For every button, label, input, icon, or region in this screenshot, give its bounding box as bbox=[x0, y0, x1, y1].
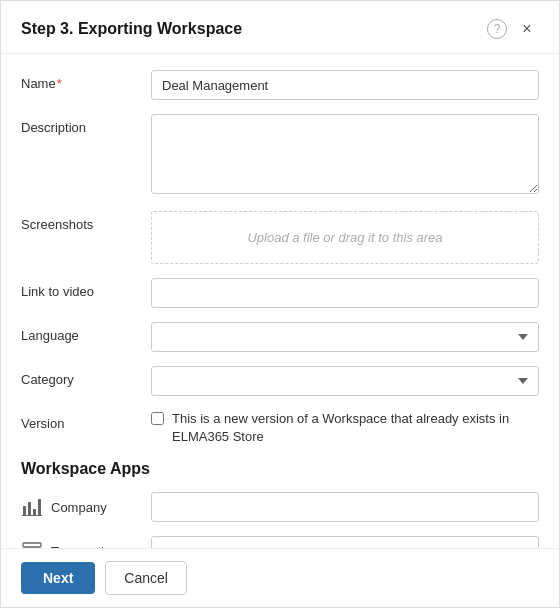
next-button[interactable]: Next bbox=[21, 562, 95, 594]
version-checkbox-area: This is a new version of a Workspace tha… bbox=[151, 410, 539, 446]
app-transactions-input[interactable] bbox=[151, 536, 539, 548]
language-control bbox=[151, 322, 539, 352]
app-label-transactions: Transactions bbox=[21, 540, 151, 548]
svg-rect-0 bbox=[23, 506, 26, 515]
description-input[interactable] bbox=[151, 114, 539, 194]
category-row: Category bbox=[21, 366, 539, 396]
app-label-company: Company bbox=[21, 496, 151, 518]
chart-icon bbox=[21, 496, 43, 518]
link-to-video-control bbox=[151, 278, 539, 308]
description-label: Description bbox=[21, 114, 151, 135]
description-control bbox=[151, 114, 539, 197]
app-row-transactions: Transactions bbox=[21, 536, 539, 548]
stack-icon bbox=[21, 540, 43, 548]
language-row: Language bbox=[21, 322, 539, 352]
svg-rect-5 bbox=[23, 543, 41, 547]
dialog-header: Step 3. Exporting Workspace ? × bbox=[1, 1, 559, 54]
version-checkbox-label: This is a new version of a Workspace tha… bbox=[172, 410, 539, 446]
version-control: This is a new version of a Workspace tha… bbox=[151, 410, 539, 446]
app-company-control bbox=[151, 492, 539, 522]
category-select[interactable] bbox=[151, 366, 539, 396]
category-control bbox=[151, 366, 539, 396]
help-icon[interactable]: ? bbox=[487, 19, 507, 39]
app-company-input[interactable] bbox=[151, 492, 539, 522]
name-control bbox=[151, 70, 539, 100]
dialog-title: Step 3. Exporting Workspace bbox=[21, 20, 242, 38]
language-select[interactable] bbox=[151, 322, 539, 352]
category-label: Category bbox=[21, 366, 151, 387]
required-indicator: * bbox=[57, 76, 62, 91]
app-row-company: Company bbox=[21, 492, 539, 522]
app-transactions-control bbox=[151, 536, 539, 548]
upload-area[interactable]: Upload a file or drag it to this area bbox=[151, 211, 539, 264]
link-to-video-row: Link to video bbox=[21, 278, 539, 308]
name-input[interactable] bbox=[151, 70, 539, 100]
app-company-label: Company bbox=[51, 500, 107, 515]
workspace-apps-title: Workspace Apps bbox=[21, 460, 539, 478]
cancel-button[interactable]: Cancel bbox=[105, 561, 187, 595]
svg-rect-1 bbox=[28, 502, 31, 515]
svg-rect-2 bbox=[33, 509, 36, 515]
version-row: Version This is a new version of a Works… bbox=[21, 410, 539, 446]
version-checkbox[interactable] bbox=[151, 412, 164, 425]
description-row: Description bbox=[21, 114, 539, 197]
screenshots-control: Upload a file or drag it to this area bbox=[151, 211, 539, 264]
name-row: Name* bbox=[21, 70, 539, 100]
link-to-video-label: Link to video bbox=[21, 278, 151, 299]
language-label: Language bbox=[21, 322, 151, 343]
svg-rect-3 bbox=[38, 499, 41, 515]
version-label: Version bbox=[21, 410, 151, 431]
name-label: Name* bbox=[21, 70, 151, 91]
close-button[interactable]: × bbox=[515, 17, 539, 41]
export-workspace-dialog: Step 3. Exporting Workspace ? × Name* De… bbox=[0, 0, 560, 608]
header-actions: ? × bbox=[487, 17, 539, 41]
screenshots-row: Screenshots Upload a file or drag it to … bbox=[21, 211, 539, 264]
link-to-video-input[interactable] bbox=[151, 278, 539, 308]
dialog-body: Name* Description Screenshots Upload a f… bbox=[1, 54, 559, 548]
dialog-footer: Next Cancel bbox=[1, 548, 559, 607]
screenshots-label: Screenshots bbox=[21, 211, 151, 232]
